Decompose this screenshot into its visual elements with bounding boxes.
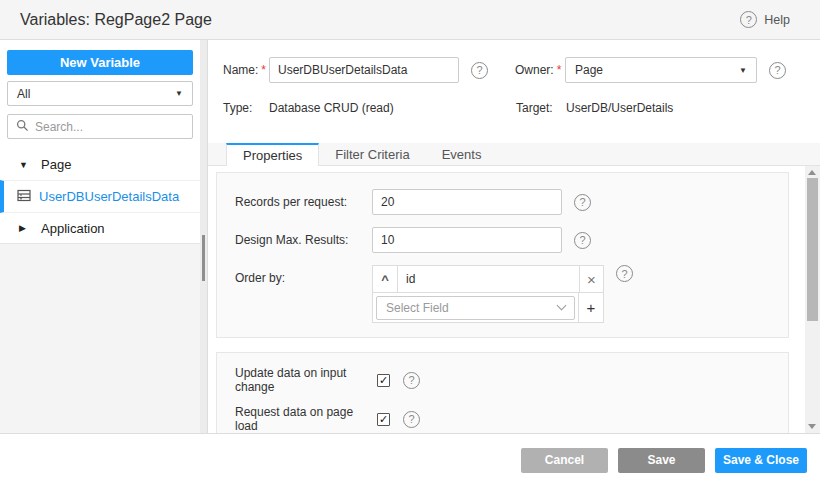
tree-group-label: Page: [41, 157, 71, 172]
tree-item-label: UserDBUserDetailsData: [39, 189, 179, 204]
request-on-page-load-label: Request data on page load: [235, 405, 377, 433]
update-on-input-change-help-icon[interactable]: ?: [403, 372, 420, 389]
select-field-placeholder: Select Field: [386, 301, 449, 315]
chevron-down-icon: ▼: [175, 89, 183, 98]
sidebar-empty-area: [0, 244, 207, 433]
scroll-up-arrow-icon[interactable]: [808, 170, 816, 175]
save-button[interactable]: Save: [618, 448, 705, 473]
dialog-header: Variables: RegPage2 Page ? Help: [0, 0, 820, 40]
variable-detail-panel: Name: * ? Owner: * Page ▼ ?: [207, 40, 820, 433]
chevron-down-icon: [557, 301, 567, 311]
search-box[interactable]: [7, 114, 193, 139]
select-field-dropdown[interactable]: Select Field: [376, 296, 575, 320]
search-icon: [16, 119, 29, 135]
tree-group-application[interactable]: ▶ Application: [0, 213, 207, 244]
variables-sidebar: New Variable All ▼ ▼ Page: [0, 40, 207, 433]
tab-properties[interactable]: Properties: [226, 143, 319, 166]
target-label: Target:: [516, 101, 566, 115]
filter-selected-value: All: [17, 87, 30, 101]
sidebar-scrollbar-thumb[interactable]: [202, 235, 205, 281]
help-icon[interactable]: ?: [740, 11, 757, 28]
variables-tree: ▼ Page UserDBUserDetailsData ▶ Applicati…: [0, 149, 207, 244]
order-by-help-icon[interactable]: ?: [616, 265, 633, 282]
request-on-page-load-help-icon[interactable]: ?: [403, 411, 420, 428]
records-per-request-label: Records per request:: [235, 195, 372, 209]
records-per-request-input[interactable]: [372, 189, 562, 215]
caret-right-icon[interactable]: ▶: [19, 223, 29, 233]
type-label: Type:: [223, 101, 269, 115]
sidebar-scrollbar[interactable]: [200, 40, 207, 433]
variable-name-input[interactable]: [269, 57, 459, 83]
owner-select[interactable]: Page ▼: [565, 57, 757, 83]
content-scrollbar[interactable]: [805, 166, 820, 433]
target-value: UserDB/UserDetails: [566, 101, 673, 115]
sort-direction-button[interactable]: ^: [372, 265, 398, 293]
data-settings-panel: Records per request: ? Design Max. Resul…: [216, 172, 789, 338]
tab-events[interactable]: Events: [426, 143, 498, 165]
owner-label: Owner: *: [515, 63, 565, 77]
cancel-button[interactable]: Cancel: [521, 448, 608, 473]
scroll-down-arrow-icon[interactable]: [808, 424, 816, 429]
owner-selected-value: Page: [575, 63, 603, 77]
help-link[interactable]: ? Help: [740, 11, 790, 28]
order-by-label: Order by:: [235, 265, 372, 285]
behavior-panel: Update data on input change ✓ ? Request …: [216, 352, 789, 433]
select-field-cell: Select Field: [372, 293, 579, 323]
name-label: Name: *: [223, 63, 269, 77]
detail-tabs: Properties Filter Criteria Events: [208, 143, 820, 166]
new-variable-button[interactable]: New Variable: [7, 50, 193, 75]
request-on-page-load-checkbox[interactable]: ✓: [377, 413, 390, 426]
records-per-request-help-icon[interactable]: ?: [574, 194, 591, 211]
add-field-button[interactable]: +: [579, 293, 604, 323]
save-and-close-button[interactable]: Save & Close: [715, 448, 807, 473]
properties-tab-content: Records per request: ? Design Max. Resul…: [208, 166, 820, 433]
database-variable-icon: [17, 189, 31, 205]
update-on-input-change-label: Update data on input change: [235, 366, 377, 394]
remove-field-icon[interactable]: ×: [579, 265, 604, 293]
order-by-field-value[interactable]: id: [398, 265, 579, 293]
caret-down-icon[interactable]: ▼: [19, 160, 29, 170]
tab-filter-criteria[interactable]: Filter Criteria: [319, 143, 425, 165]
page-title: Variables: RegPage2 Page: [20, 11, 212, 29]
update-on-input-change-checkbox[interactable]: ✓: [377, 374, 390, 387]
tree-group-label: Application: [41, 221, 105, 236]
search-input[interactable]: [35, 120, 184, 134]
order-by-widget: ^ id × Select Field: [372, 265, 604, 323]
design-max-results-help-icon[interactable]: ?: [574, 232, 591, 249]
variables-dialog: Variables: RegPage2 Page ? Help New Vari…: [0, 0, 820, 486]
content-scrollbar-thumb[interactable]: [807, 178, 818, 321]
owner-help-icon[interactable]: ?: [769, 62, 786, 79]
help-label: Help: [764, 13, 790, 27]
design-max-results-input[interactable]: [372, 227, 562, 253]
chevron-down-icon: ▼: [739, 66, 747, 75]
variable-filter-select[interactable]: All ▼: [7, 81, 193, 106]
required-asterisk: *: [557, 63, 562, 77]
tree-group-page[interactable]: ▼ Page: [0, 149, 207, 180]
variable-summary: Name: * ? Owner: * Page ▼ ?: [208, 40, 820, 143]
design-max-results-label: Design Max. Results:: [235, 233, 372, 247]
dialog-footer: Cancel Save Save & Close: [0, 433, 820, 486]
name-help-icon[interactable]: ?: [471, 62, 488, 79]
tree-item-userdbuserdetailsdata[interactable]: UserDBUserDetailsData: [0, 180, 207, 213]
required-asterisk: *: [261, 63, 266, 77]
type-value: Database CRUD (read): [269, 101, 516, 115]
